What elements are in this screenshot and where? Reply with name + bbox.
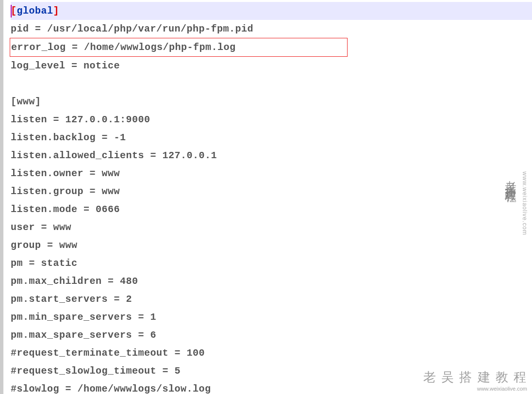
bracket-close: ] (35, 96, 41, 107)
config-line-pm-start-servers[interactable]: pm.start_servers = 2 (11, 290, 532, 308)
config-line-listen-mode[interactable]: listen.mode = 0666 (11, 200, 532, 218)
watermark-right: 老吴搭建教程 www.weixiaolive.com (503, 171, 528, 235)
highlighted-error-log-box: error_log = /home/wwwlogs/php-fpm.log (10, 38, 348, 57)
config-line-listen-backlog[interactable]: listen.backlog = -1 (11, 129, 532, 147)
section-name-www: www (17, 96, 35, 107)
config-line-group[interactable]: group = www (11, 236, 532, 254)
watermark-bottom-text: 老 吴 搭 建 教 程 (423, 370, 527, 384)
config-line-request-terminate-timeout[interactable]: #request_terminate_timeout = 100 (11, 344, 532, 362)
config-line-listen[interactable]: listen = 127.0.0.1:9000 (11, 111, 532, 129)
blank-line[interactable] (11, 75, 532, 93)
bracket-open: [ (11, 96, 17, 107)
config-line-pm-min-spare-servers[interactable]: pm.min_spare_servers = 1 (11, 308, 532, 326)
config-line-user[interactable]: user = www (11, 218, 532, 236)
text-cursor (11, 5, 12, 17)
watermark-right-cn: 老吴搭建教程 (503, 171, 518, 186)
config-line-pm-max-children[interactable]: pm.max_children = 480 (11, 272, 532, 290)
config-line-listen-owner[interactable]: listen.owner = www (11, 164, 532, 182)
config-line-pm-max-spare-servers[interactable]: pm.max_spare_servers = 6 (11, 326, 532, 344)
config-line-listen-allowed-clients[interactable]: listen.allowed_clients = 127.0.0.1 (11, 147, 532, 164)
config-line-pm[interactable]: pm = static (11, 254, 532, 272)
watermark-bottom: 老 吴 搭 建 教 程 www.weixiaolive.com (423, 369, 527, 392)
config-line-error-log[interactable]: error_log = /home/wwwlogs/php-fpm.log (11, 38, 347, 56)
config-line-log-level[interactable]: log_level = notice (11, 57, 532, 75)
section-header-www[interactable]: [www] (11, 93, 532, 111)
config-line-pid[interactable]: pid = /usr/local/php/var/run/php-fpm.pid (11, 20, 532, 38)
watermark-right-url: www.weixiaolive.com (521, 171, 528, 235)
bracket-close: ] (53, 5, 60, 16)
code-editor[interactable]: [global] pid = /usr/local/php/var/run/ph… (0, 0, 532, 394)
watermark-bottom-url: www.weixiaolive.com (423, 386, 527, 392)
section-name-global: global (17, 5, 53, 16)
config-line-listen-group[interactable]: listen.group = www (11, 182, 532, 200)
section-header-global[interactable]: [global] (11, 2, 532, 20)
